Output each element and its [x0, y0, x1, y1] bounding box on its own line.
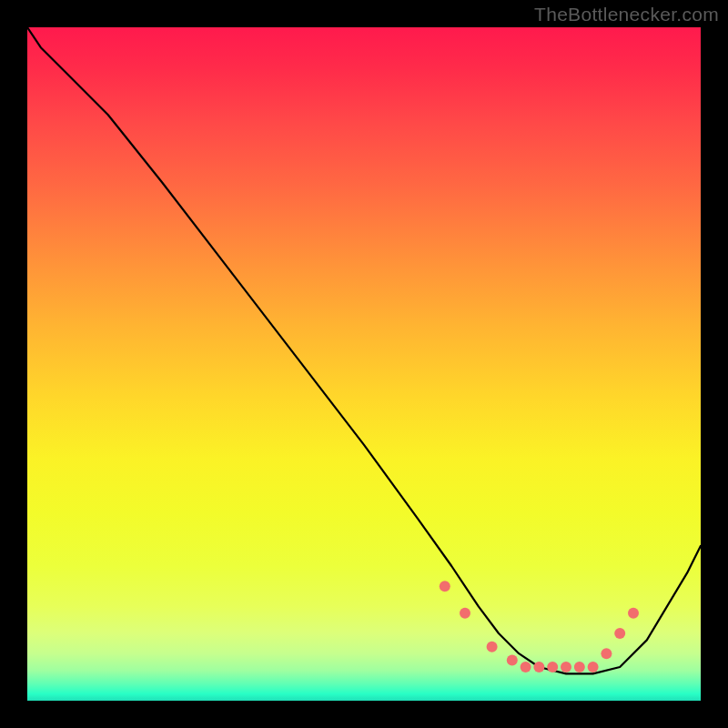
- marker-dot: [521, 662, 531, 672]
- marker-dot: [614, 628, 625, 639]
- marker-dot: [588, 662, 599, 672]
- marker-dot: [574, 662, 585, 672]
- chart-svg: [27, 27, 701, 701]
- chart-frame: TheBottlenecker.com: [0, 0, 728, 728]
- main-curve: [27, 27, 701, 673]
- marker-dot: [533, 662, 544, 672]
- marker-dot: [440, 581, 450, 592]
- marker-dot: [487, 642, 498, 652]
- marker-group: [440, 581, 639, 672]
- marker-dot: [460, 608, 470, 619]
- plot-area: [27, 27, 701, 701]
- marker-dot: [547, 662, 558, 672]
- marker-dot: [507, 655, 518, 666]
- marker-dot: [601, 648, 612, 659]
- watermark-text: TheBottlenecker.com: [534, 4, 719, 25]
- marker-dot: [628, 608, 639, 619]
- marker-dot: [561, 662, 571, 672]
